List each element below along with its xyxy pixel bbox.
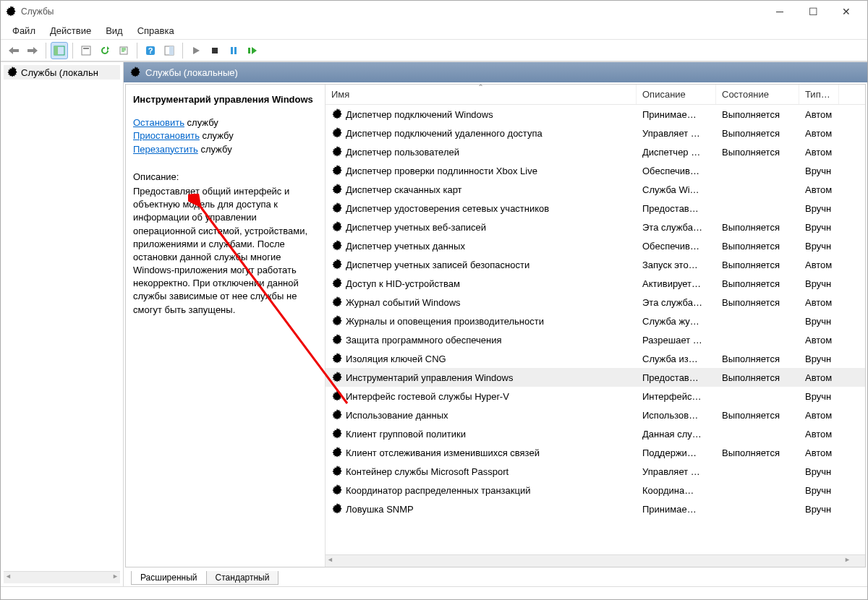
- service-name: Контейнер службы Microsoft Passport: [346, 466, 509, 477]
- service-row[interactable]: Защита программного обеспеченияРазрешает…: [326, 330, 865, 349]
- service-row[interactable]: Изоляция ключей CNGСлужба из…Выполняется…: [326, 349, 865, 368]
- service-name: Использование данных: [346, 410, 448, 421]
- gear-icon: [129, 67, 141, 78]
- service-desc: Разрешает …: [637, 335, 716, 346]
- svg-rect-13: [248, 48, 250, 53]
- service-list: Имя Описание Состояние Тип за Диспетчер …: [325, 85, 865, 567]
- options-button[interactable]: [161, 42, 178, 59]
- list-hscrollbar[interactable]: [326, 554, 865, 567]
- titlebar: Службы ─ ☐ ✕: [1, 1, 867, 22]
- service-desc: Служба жу…: [637, 316, 716, 327]
- service-row[interactable]: Интерфейс гостевой службы Hyper-VИнтерфе…: [326, 387, 865, 406]
- service-desc: Координа…: [637, 485, 716, 496]
- service-name: Координатор распределенных транзакций: [346, 485, 530, 496]
- tree-node-services-local[interactable]: Службы (локальн: [4, 65, 120, 80]
- toolbar: ?: [1, 40, 867, 61]
- restart-service-button[interactable]: [244, 42, 261, 59]
- service-row[interactable]: Ловушка SNMPПринимае…Вручн: [326, 500, 865, 518]
- service-state: Выполняется: [716, 128, 799, 139]
- service-name: Диспетчер скачанных карт: [346, 184, 462, 195]
- list-body[interactable]: Диспетчер подключений WindowsПринимае…Вы…: [326, 105, 865, 554]
- service-type: Вручн: [799, 316, 839, 327]
- restart-link[interactable]: Перезапустить: [133, 144, 198, 155]
- gear-icon: [331, 466, 343, 477]
- help-button[interactable]: ?: [142, 42, 159, 59]
- service-row[interactable]: Использование данныхИспользов…Выполняетс…: [326, 406, 865, 424]
- tab-standard[interactable]: Стандартный: [206, 571, 279, 585]
- service-type: Автом: [799, 109, 839, 120]
- service-desc: Запуск это…: [637, 260, 716, 270]
- service-row[interactable]: Диспетчер пользователейДиспетчер …Выполн…: [326, 142, 865, 161]
- col-description[interactable]: Описание: [637, 85, 716, 104]
- service-row[interactable]: Клиент групповой политикиДанная слу…Авто…: [326, 424, 865, 443]
- menu-action[interactable]: Действие: [43, 23, 98, 38]
- service-row[interactable]: Клиент отслеживания изменившихся связейП…: [326, 443, 865, 462]
- service-type: Автом: [799, 335, 839, 346]
- close-button[interactable]: ✕: [830, 1, 863, 22]
- panel-header: Службы (локальные): [124, 62, 867, 82]
- pause-link[interactable]: Приостановить: [133, 130, 200, 141]
- menu-view[interactable]: Вид: [98, 23, 130, 38]
- service-row[interactable]: Доступ к HID-устройствамАктивирует…Выпол…: [326, 274, 865, 293]
- gear-icon: [331, 146, 343, 158]
- tree-hscrollbar[interactable]: [4, 571, 120, 583]
- service-row[interactable]: Инструментарий управления WindowsПредост…: [326, 368, 865, 387]
- service-type: Вручн: [799, 203, 839, 214]
- service-name: Диспетчер подключений удаленного доступа: [346, 128, 542, 139]
- service-row[interactable]: Диспетчер скачанных картСлужба Wi…Автом: [326, 180, 865, 199]
- start-service-button[interactable]: [187, 42, 205, 59]
- gear-icon: [331, 127, 343, 139]
- svg-text:?: ?: [148, 46, 153, 55]
- gear-icon: [331, 240, 343, 252]
- col-state[interactable]: Состояние: [716, 85, 799, 104]
- service-state: Выполняется: [716, 147, 799, 158]
- refresh-button[interactable]: [96, 42, 114, 59]
- svg-rect-9: [169, 46, 174, 55]
- pause-service-button[interactable]: [225, 42, 242, 59]
- export-button[interactable]: [115, 42, 132, 59]
- service-desc: Эта служба…: [637, 297, 716, 308]
- service-row[interactable]: Журналы и оповещения производительностиС…: [326, 312, 865, 330]
- svg-rect-3: [82, 46, 90, 55]
- statusbar: [1, 586, 867, 599]
- service-row[interactable]: Диспетчер учетных записей безопасностиЗа…: [326, 255, 865, 274]
- minimize-button[interactable]: ─: [763, 1, 796, 22]
- gear-icon: [331, 447, 343, 458]
- service-state: Выполняется: [716, 353, 799, 364]
- service-desc: Данная слу…: [637, 429, 716, 440]
- maximize-button[interactable]: ☐: [796, 1, 830, 22]
- show-hide-tree-button[interactable]: [51, 42, 68, 59]
- service-type: Вручн: [799, 278, 839, 289]
- service-row[interactable]: Диспетчер подключений WindowsПринимае…Вы…: [326, 105, 865, 124]
- service-row[interactable]: Контейнер службы Microsoft PassportУправ…: [326, 462, 865, 481]
- menu-file[interactable]: Файл: [5, 23, 43, 38]
- col-name[interactable]: Имя: [326, 85, 637, 104]
- gear-icon: [331, 165, 343, 176]
- tab-extended[interactable]: Расширенный: [131, 571, 207, 585]
- service-name: Журнал событий Windows: [346, 297, 461, 308]
- service-row[interactable]: Диспетчер удостоверения сетевых участник…: [326, 199, 865, 218]
- service-name: Диспетчер учетных данных: [346, 241, 465, 252]
- window-title: Службы: [21, 7, 763, 17]
- service-row[interactable]: Журнал событий WindowsЭта служба…Выполня…: [326, 293, 865, 312]
- service-row[interactable]: Диспетчер учетных веб-записейЭта служба……: [326, 218, 865, 236]
- service-row[interactable]: Диспетчер проверки подлинности Xbox Live…: [326, 161, 865, 180]
- stop-link[interactable]: Остановить: [133, 117, 184, 128]
- back-button[interactable]: [5, 42, 22, 59]
- service-row[interactable]: Координатор распределенных транзакцийКоо…: [326, 481, 865, 500]
- properties-button[interactable]: [77, 42, 95, 59]
- service-name: Диспетчер учетных записей безопасности: [346, 260, 529, 270]
- service-type: Вручн: [799, 241, 839, 252]
- service-name: Клиент отслеживания изменившихся связей: [346, 447, 540, 458]
- service-row[interactable]: Диспетчер подключений удаленного доступа…: [326, 124, 865, 142]
- forward-button[interactable]: [24, 42, 41, 59]
- gear-icon: [331, 428, 343, 440]
- service-actions: Остановить службу Приостановить службу П…: [133, 116, 318, 156]
- col-startup-type[interactable]: Тип за: [799, 85, 839, 104]
- service-row[interactable]: Диспетчер учетных данныхОбеспечив…Выполн…: [326, 236, 865, 255]
- service-name: Диспетчер пользователей: [346, 147, 459, 158]
- menu-help[interactable]: Справка: [130, 23, 182, 38]
- stop-service-button[interactable]: [206, 42, 224, 59]
- service-name: Изоляция ключей CNG: [346, 353, 446, 364]
- service-type: Вручн: [799, 466, 839, 477]
